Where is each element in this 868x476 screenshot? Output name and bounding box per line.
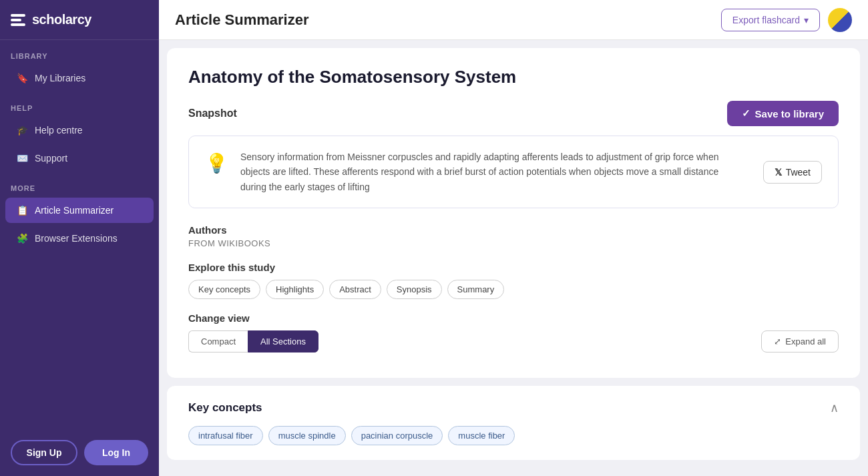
theme-toggle-button[interactable] [828,8,852,32]
snapshot-box: 💡 Sensory information from Meissner corp… [188,136,839,208]
export-label: Export flashcard [732,15,800,25]
sidebar-item-label: Article Summarizer [35,205,114,216]
puzzle-icon: 🧩 [16,232,28,244]
x-icon: 𝕏 [775,167,782,178]
tag-highlights[interactable]: Highlights [266,280,324,299]
tag-summary[interactable]: Summary [447,280,505,299]
authors-value: FROM WIKIBOOKS [188,238,839,248]
compact-view-button[interactable]: Compact [188,330,248,352]
article-title: Anatomy of the Somatosensory System [188,67,839,87]
view-row: Compact All Sections ⤢ Expand all [188,330,839,352]
tag-synopsis[interactable]: Synopsis [387,280,442,299]
sidebar-item-my-libraries[interactable]: 🔖 My Libraries [5,65,154,91]
tag-abstract[interactable]: Abstract [329,280,381,299]
concept-tag-intrafusal[interactable]: intrafusal fiber [188,426,263,445]
key-concepts-tags: intrafusal fiber muscle spindle pacinian… [188,426,839,445]
envelope-icon: ✉️ [16,152,28,164]
save-label: Save to library [755,108,824,120]
library-section-label: LIBRARY [0,40,159,64]
content-area: Anatomy of the Somatosensory System Snap… [159,40,868,476]
expand-label: Expand all [785,336,826,346]
chevron-down-icon: ▾ [804,15,809,25]
article-icon: 📋 [16,204,28,216]
expand-all-button[interactable]: ⤢ Expand all [761,330,839,352]
snapshot-header: Snapshot ✓ Save to library [188,101,839,126]
sidebar-item-label: Browser Extensions [35,233,118,244]
logo-icon [11,14,25,26]
sidebar-item-label: Help centre [35,125,83,136]
explore-tags-row: Key concepts Highlights Abstract Synopsi… [188,280,839,299]
sidebar: scholarcy LIBRARY 🔖 My Libraries HELP 🎓 … [0,0,159,476]
concept-tag-pacinian[interactable]: pacinian corpuscle [351,426,443,445]
concept-tag-muscle-fiber[interactable]: muscle fiber [448,426,515,445]
login-button[interactable]: Log In [84,440,148,465]
logo: scholarcy [0,0,159,40]
authors-section: Authors FROM WIKIBOOKS [188,224,839,248]
snapshot-text: Sensory information from Meissner corpus… [240,150,743,194]
chevron-up-icon[interactable]: ∧ [830,401,839,415]
sidebar-item-label: My Libraries [35,73,85,83]
main-content: Article Summarizer Export flashcard ▾ An… [159,0,868,476]
concept-tag-muscle-spindle[interactable]: muscle spindle [268,426,346,445]
lightbulb-icon: 💡 [205,152,228,174]
signup-button[interactable]: Sign Up [11,440,77,465]
snapshot-label: Snapshot [188,107,237,120]
key-concepts-header: Key concepts ∧ [188,401,839,415]
grad-cap-icon: 🎓 [16,124,28,136]
checkmark-icon: ✓ [742,107,750,120]
view-buttons: Compact All Sections [188,330,318,352]
help-section-label: HELP [0,92,159,116]
topbar: Article Summarizer Export flashcard ▾ [159,0,868,40]
topbar-actions: Export flashcard ▾ [721,8,852,32]
key-concepts-card: Key concepts ∧ intrafusal fiber muscle s… [167,386,860,460]
export-flashcard-button[interactable]: Export flashcard ▾ [721,9,820,31]
sidebar-bottom: Sign Up Log In [0,429,159,476]
sidebar-item-label: Support [35,153,67,164]
save-to-library-button[interactable]: ✓ Save to library [727,101,839,126]
all-sections-view-button[interactable]: All Sections [248,330,318,352]
expand-icon: ⤢ [774,336,781,346]
sidebar-item-article-summarizer[interactable]: 📋 Article Summarizer [5,198,154,223]
more-section-label: MORE [0,172,159,196]
sidebar-item-help-centre[interactable]: 🎓 Help centre [5,117,154,143]
all-sections-label: All Sections [260,336,306,346]
article-card: Anatomy of the Somatosensory System Snap… [167,48,860,378]
tweet-label: Tweet [786,167,811,178]
change-view-section: Change view Compact All Sections ⤢ Expan… [188,312,839,352]
page-title: Article Summarizer [175,11,309,29]
sidebar-item-browser-extensions[interactable]: 🧩 Browser Extensions [5,226,154,251]
compact-label: Compact [201,336,236,346]
explore-label: Explore this study [188,262,839,273]
explore-section: Explore this study Key concepts Highligh… [188,262,839,299]
sidebar-item-support[interactable]: ✉️ Support [5,146,154,171]
logo-text: scholarcy [32,12,91,27]
authors-label: Authors [188,224,839,236]
tag-key-concepts[interactable]: Key concepts [188,280,260,299]
bookmark-icon: 🔖 [16,72,28,84]
tweet-button[interactable]: 𝕏 Tweet [763,161,822,184]
change-view-label: Change view [188,312,839,324]
key-concepts-title: Key concepts [188,401,262,415]
